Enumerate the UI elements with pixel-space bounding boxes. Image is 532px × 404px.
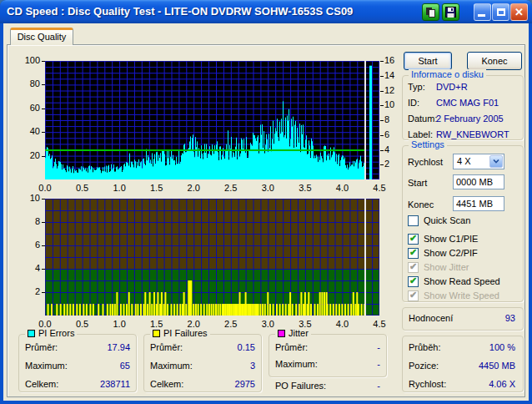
disc-info-title: Informace o disku <box>409 69 486 79</box>
progress-value: 100 % <box>450 342 515 352</box>
pi-failures-chart <box>45 199 379 316</box>
jitter-avg-label: Průměr: <box>275 342 308 352</box>
end-position-label: Konec <box>408 199 434 210</box>
pi-failures-max-value: 3 <box>200 361 255 371</box>
show-jitter-checkbox <box>408 262 419 273</box>
pi-failures-color-swatch <box>153 330 160 337</box>
pi-failures-avg-value: 0.15 <box>200 342 255 352</box>
jitter-max-label: Maximum: <box>275 359 318 369</box>
maximize-button[interactable] <box>492 3 509 21</box>
speed-status-label: Rychlost: <box>409 379 446 389</box>
speed-select[interactable]: 4 X <box>453 154 504 169</box>
po-failures-label: PO Failures: <box>275 381 326 391</box>
titlebar-save-button[interactable] <box>442 3 459 21</box>
pi-errors-avg-value: 17.94 <box>75 342 130 352</box>
show-write-speed-label: Show Write Speed <box>424 290 499 300</box>
disc-date-label: Datum: <box>408 114 437 124</box>
axis-label: 12 <box>384 85 404 95</box>
show-read-speed-checkbox[interactable] <box>408 276 419 287</box>
axis-label: 2 <box>384 159 404 169</box>
axis-tick <box>42 222 45 223</box>
quick-scan-checkbox[interactable] <box>408 215 419 226</box>
jitter-color-swatch <box>278 330 285 337</box>
axis-tick <box>42 292 45 293</box>
axis-label: 0.5 <box>70 183 95 193</box>
end-position-field[interactable] <box>453 196 504 211</box>
settings-title: Settings <box>409 139 447 149</box>
pi-errors-color-swatch <box>28 330 35 337</box>
axis-label: 0.5 <box>70 319 95 329</box>
pi-failures-total-value: 2975 <box>200 379 255 389</box>
axis-label: 10 <box>17 193 40 203</box>
window-title: CD Speed : Disc Quality Test - LITE-ON D… <box>7 5 353 18</box>
konec-button[interactable]: Konec <box>467 52 522 70</box>
axis-tick <box>42 269 45 270</box>
pi-failures-avg-label: Průměr: <box>150 342 183 352</box>
disc-date-value: 2 February 2005 <box>436 114 504 124</box>
axis-tick <box>380 76 384 77</box>
pi-failures-title: PI Failures <box>163 328 208 338</box>
disc-id-label: ID: <box>408 98 419 108</box>
show-jitter-label: Show Jitter <box>424 262 469 272</box>
pi-errors-chart <box>45 61 379 179</box>
floppy-save-icon <box>445 7 456 18</box>
axis-tick <box>42 199 45 199</box>
minimize-button[interactable] <box>474 3 491 21</box>
axis-label: 3.0 <box>255 319 280 329</box>
axis-label: 14 <box>384 70 404 80</box>
jitter-panel: Jitter <box>269 334 387 377</box>
axis-label: 1.0 <box>107 183 132 193</box>
axis-tick <box>42 132 45 133</box>
pi-errors-max-label: Maximum: <box>25 361 68 371</box>
axis-label: 1.0 <box>107 319 132 329</box>
pi-errors-total-label: Celkem: <box>25 379 58 389</box>
pi-errors-total-value: 238711 <box>75 379 130 389</box>
title-bar[interactable]: CD Speed : Disc Quality Test - LITE-ON D… <box>0 0 532 23</box>
disc-id-value: CMC MAG F01 <box>436 98 499 108</box>
axis-label: 80 <box>17 78 40 88</box>
axis-label: 10 <box>384 99 404 109</box>
speed-selected-value: 4 X <box>457 156 471 166</box>
axis-label: 4 <box>17 263 40 273</box>
score-label: Hodnocení <box>409 313 453 323</box>
show-c2-pif-checkbox[interactable] <box>408 248 419 259</box>
jitter-title: Jitter <box>289 328 309 338</box>
chevron-down-icon[interactable] <box>489 155 503 168</box>
minimize-icon <box>478 14 485 17</box>
show-c1-pie-checkbox[interactable] <box>408 234 419 245</box>
pi-failures-total-label: Celkem: <box>150 379 183 389</box>
start-button[interactable]: Start <box>404 52 452 70</box>
disc-label-label: Label: <box>408 129 433 139</box>
axis-label: 4.0 <box>329 183 354 193</box>
axis-tick <box>42 156 45 157</box>
axis-label: 2.0 <box>181 319 206 329</box>
progress-label: Průběh: <box>409 342 441 352</box>
axis-tick <box>380 61 384 62</box>
axis-tick <box>380 135 384 136</box>
axis-label: 4.0 <box>329 319 354 329</box>
axis-label: 1.5 <box>144 183 169 193</box>
axis-label: 2.5 <box>218 183 243 193</box>
axis-label: 100 <box>17 55 40 65</box>
jitter-avg-value: - <box>325 342 380 352</box>
axis-label: 0.0 <box>33 183 58 193</box>
start-position-field[interactable] <box>453 174 504 189</box>
close-button[interactable]: ✕ <box>510 3 528 21</box>
axis-tick <box>42 84 45 85</box>
disc-label-value: RW_KNEBWORT <box>436 129 509 139</box>
axis-tick <box>42 109 45 109</box>
maximize-icon <box>497 8 505 16</box>
app-window: CD Speed : Disc Quality Test - LITE-ON D… <box>0 0 532 404</box>
axis-tick <box>380 105 384 106</box>
axis-label: 1.5 <box>144 319 169 329</box>
copy-pages-icon <box>425 7 436 18</box>
position-value: 4450 MB <box>450 361 515 371</box>
axis-label: 8 <box>17 216 40 226</box>
titlebar-copy-button[interactable] <box>422 3 439 21</box>
axis-tick <box>380 150 384 151</box>
tab-disc-quality[interactable]: Disc Quality <box>10 28 73 45</box>
show-c1-pie-label: Show C1/PIE <box>424 234 478 244</box>
quick-scan-label: Quick Scan <box>424 215 470 225</box>
axis-label: 60 <box>17 103 40 113</box>
po-failures-value: - <box>325 381 380 391</box>
